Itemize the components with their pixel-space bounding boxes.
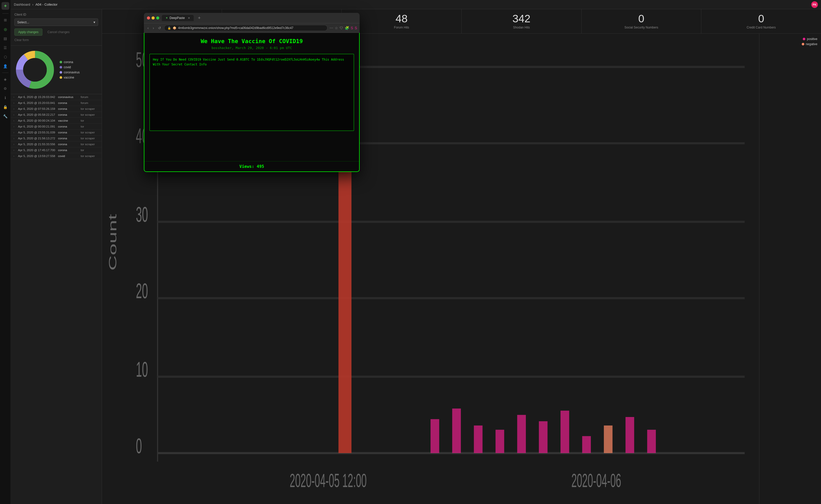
expand-icon: › xyxy=(13,149,16,152)
browser-tab-title: DeepPaste xyxy=(169,16,185,20)
stat-forum-hits-label: Forum Hits xyxy=(394,26,409,29)
browser-maximize-button[interactable] xyxy=(156,16,159,20)
stat-shodan-hits: 342 Shodan Hits xyxy=(462,9,581,33)
sidebar-icon-5[interactable]: ⬡ xyxy=(2,53,9,61)
nav-bookmark-icon[interactable]: ☆ xyxy=(335,26,338,30)
browser-tab[interactable]: ✦ DeepPaste ✕ xyxy=(162,15,194,21)
onion-icon: 🧅 xyxy=(172,26,176,30)
positive-dot xyxy=(803,38,805,40)
table-row[interactable]: › Apr 6, 2020 @ 00:00:21.091 corona tor … xyxy=(11,124,102,130)
browser-forward-button[interactable]: › xyxy=(152,25,155,31)
expand-icon: › xyxy=(13,95,16,99)
sidebar-icon-6[interactable]: 👤 xyxy=(2,62,9,70)
nav-shield-icon[interactable]: 🛡 xyxy=(340,26,343,30)
expand-icon: › xyxy=(13,107,16,110)
data-table: › Apr 6, 2020 @ 15:26:03.842 coronavirus… xyxy=(11,94,102,504)
table-row[interactable]: › Apr 6, 2020 @ 15:26:03.842 coronavirus… xyxy=(11,94,102,100)
sidebar-icon-11[interactable]: 🔧 xyxy=(2,112,9,120)
breadcrumb-current: A04 - Collector xyxy=(35,3,57,6)
stat-ssn-label: Social Security Numbers xyxy=(625,26,658,29)
breadcrumb-dashboard[interactable]: Dashboard xyxy=(14,3,30,6)
breadcrumb-sep: › xyxy=(32,3,33,6)
stat-ssn-number: 0 xyxy=(639,13,644,24)
sidebar-icon-1[interactable]: ⊞ xyxy=(2,16,9,24)
sidebar-divider-1 xyxy=(2,13,8,14)
svg-rect-25 xyxy=(539,421,548,453)
sidebar-icon-9[interactable]: ℹ xyxy=(2,94,9,102)
svg-text:30: 30 xyxy=(136,203,148,226)
expand-icon: › xyxy=(13,137,16,140)
stat-ccn: 0 Credit Card Numbers xyxy=(701,9,821,33)
new-tab-button[interactable]: + xyxy=(198,15,200,21)
stat-shodan-hits-number: 342 xyxy=(512,13,530,24)
svg-rect-30 xyxy=(647,430,656,453)
client-id-select[interactable]: Select... ▾ xyxy=(14,18,98,26)
table-row[interactable]: › Apr 5, 2020 @ 13:59:27.558 covid tor s… xyxy=(11,153,102,159)
cancel-changes-button[interactable]: Cancel changes xyxy=(44,29,73,35)
svg-rect-27 xyxy=(582,436,591,453)
browser-tab-close-icon[interactable]: ✕ xyxy=(188,16,190,20)
app-logo[interactable]: ✦ xyxy=(2,2,9,10)
apply-changes-button[interactable]: Apply changes xyxy=(14,28,42,36)
browser-content: We Have The Vaccine Of COVID19 bosshacke… xyxy=(144,33,360,172)
sidebar-icon-2[interactable]: ◎ xyxy=(2,25,9,33)
stat-ccn-label: Credit Card Numbers xyxy=(747,26,776,29)
paste-body: Hey If You Do Need COVID19 Vaccine Just … xyxy=(149,54,354,131)
nav-addon-icon[interactable]: 🧩 xyxy=(345,26,349,30)
table-row[interactable]: › Apr 5, 2020 @ 23:55:31.039 corona tor … xyxy=(11,130,102,135)
table-row[interactable]: › Apr 6, 2020 @ 07:55:26.159 corona tor … xyxy=(11,106,102,112)
topbar: Dashboard › A04 - Collector PK xyxy=(11,0,821,9)
nav-more-icon[interactable]: ⋯ xyxy=(330,26,333,30)
browser-minimize-button[interactable] xyxy=(151,16,155,20)
table-row[interactable]: › Apr 6, 2020 @ 05:58:22.217 corona tor … xyxy=(11,112,102,118)
deeppaste-tab-icon: ✦ xyxy=(165,16,168,20)
sidebar-icon-10[interactable]: 🔒 xyxy=(2,103,9,111)
content-area: Client ID Select... ▾ Apply changes Canc… xyxy=(11,9,821,504)
sidebar-icon-7[interactable]: ◈ xyxy=(2,75,9,83)
legend-dot-corona xyxy=(60,61,62,63)
legend-covid: covid xyxy=(60,65,80,69)
stat-forum-hits: 48 Forum Hits xyxy=(342,9,462,33)
svg-text:2020-04-06: 2020-04-06 xyxy=(571,470,621,491)
svg-text:10: 10 xyxy=(136,358,148,381)
nav-s-icon-2[interactable]: S xyxy=(355,26,357,30)
table-row[interactable]: › Apr 6, 2020 @ 00:00:24.104 vaccine tor xyxy=(11,118,102,124)
svg-rect-24 xyxy=(517,415,526,453)
stat-forum-hits-number: 48 xyxy=(396,13,408,24)
legend-dot-coronavirus xyxy=(60,71,62,74)
sidebar-icon-4[interactable]: ☰ xyxy=(2,44,9,52)
svg-rect-23 xyxy=(495,430,504,453)
table-row[interactable]: › Apr 5, 2020 @ 21:55:33.556 corona tor … xyxy=(11,141,102,147)
paste-title: We Have The Vaccine Of COVID19 xyxy=(149,38,354,44)
breadcrumb: Dashboard › A04 - Collector xyxy=(14,3,57,6)
expand-icon: › xyxy=(13,154,16,158)
lock-icon: 🔒 xyxy=(167,26,171,30)
stat-ssn: 0 Social Security Numbers xyxy=(581,9,702,33)
table-row[interactable]: › Apr 6, 2020 @ 15:20:03.841 corona foru… xyxy=(11,100,102,106)
donut-chart xyxy=(14,49,55,90)
sidebar-icon-8[interactable]: ⚙ xyxy=(2,85,9,92)
sentiment-legend: positive negative xyxy=(763,37,817,46)
sentiment-section: positive negative xyxy=(759,34,821,504)
legend-vaccine: vaccine xyxy=(60,76,80,79)
svg-text:Count: Count xyxy=(107,214,119,271)
table-row[interactable]: › Apr 5, 2020 @ 17:45:17.700 corona tor … xyxy=(11,147,102,153)
deeppaste-content: We Have The Vaccine Of COVID19 bosshacke… xyxy=(144,33,359,161)
browser-window: ✦ DeepPaste ✕ + ‹ › ↺ 🔒 🧅 4m6omb3gmrmnwz… xyxy=(144,13,360,172)
clear-form-button[interactable]: Clear form xyxy=(14,37,29,43)
paste-views: Views: 495 xyxy=(144,161,359,171)
user-avatar[interactable]: PK xyxy=(811,1,818,8)
browser-close-button[interactable] xyxy=(147,16,150,20)
nav-s-icon-1[interactable]: S xyxy=(351,26,353,30)
main-content: Dashboard › A04 - Collector PK Client ID… xyxy=(11,0,821,504)
svg-rect-20 xyxy=(431,419,439,453)
sidebar-icon-3[interactable]: ▤ xyxy=(2,35,9,42)
browser-refresh-button[interactable]: ↺ xyxy=(157,25,162,31)
legend-corona: corona xyxy=(60,60,80,64)
browser-back-button[interactable]: ‹ xyxy=(146,25,150,31)
table-row[interactable]: › Apr 5, 2020 @ 21:56:13.272 corona tor … xyxy=(11,135,102,141)
stat-shodan-hits-label: Shodan Hits xyxy=(513,26,530,29)
expand-icon: › xyxy=(13,119,16,122)
url-bar[interactable]: 🔒 🧅 4m6omb3gmrmnwzxi.onion/show.php?md5=… xyxy=(164,25,328,31)
left-panel: Client ID Select... ▾ Apply changes Canc… xyxy=(11,9,102,504)
